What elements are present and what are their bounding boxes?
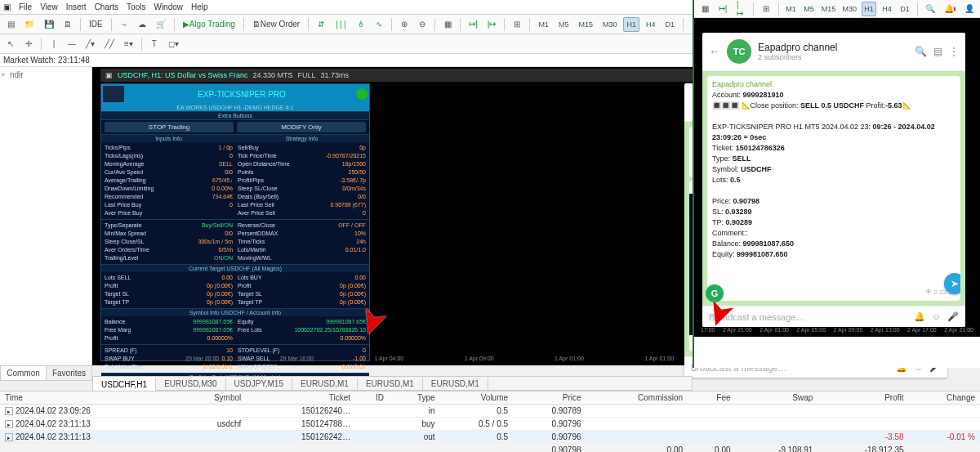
text-icon[interactable]: T bbox=[147, 37, 162, 51]
menu-help[interactable]: Help bbox=[191, 2, 208, 11]
tf-m30[interactable]: M30 bbox=[599, 17, 621, 32]
tsp-targets-grid: Lots SELL0.00Lots BUY0.00Profit0p (0.00€… bbox=[101, 272, 369, 308]
menu-charts[interactable]: Charts bbox=[95, 2, 118, 11]
history-col[interactable]: Price bbox=[513, 392, 586, 405]
tf-m15[interactable]: M15 bbox=[575, 17, 596, 32]
history-row[interactable]: ▸2024.04.02 23:09:26150126240…in0.50.907… bbox=[0, 405, 980, 418]
chart-tab[interactable]: EURUSD,M1 bbox=[423, 378, 488, 390]
tf-h4[interactable]: H4 bbox=[643, 17, 659, 32]
algo-trading-button[interactable]: ▶ Algo Trading bbox=[180, 17, 238, 32]
candle-icon[interactable]: 🕯 bbox=[354, 17, 368, 32]
docs-icon[interactable]: 🗎 bbox=[60, 17, 75, 32]
history-col[interactable]: Swap bbox=[736, 392, 818, 405]
zoom-in-icon[interactable]: ⊕ bbox=[397, 17, 412, 32]
navigator-favorites-tab[interactable]: Favorites bbox=[46, 366, 91, 380]
bell-icon[interactable]: 🔔 bbox=[914, 311, 925, 322]
equidistant-icon[interactable]: ╱╱ bbox=[101, 37, 118, 51]
shift-icon[interactable]: ↦| bbox=[715, 2, 730, 16]
chart-tab[interactable]: EURUSD,M1 bbox=[358, 378, 423, 390]
bars-icon[interactable]: ∣∣∣ bbox=[332, 17, 350, 32]
history-row[interactable]: ▸2024.04.02 23:11:13150126242…out0.50.90… bbox=[0, 431, 980, 444]
history-row[interactable]: ▸2024.04.02 23:11:13usdchf150124788…buy0… bbox=[0, 418, 980, 431]
chat2-search-icon[interactable]: 🔍 bbox=[915, 46, 927, 57]
crosshair-icon[interactable]: ✛ bbox=[21, 37, 36, 51]
grid-icon[interactable]: ▦ bbox=[697, 2, 712, 16]
tf-h4[interactable]: H4 bbox=[880, 2, 894, 16]
history-col[interactable]: ID bbox=[355, 392, 389, 405]
history-col[interactable]: Commission bbox=[586, 392, 688, 405]
tsp-stop-button[interactable]: STOP Trading bbox=[105, 122, 234, 132]
shift-icon[interactable]: ↦| bbox=[466, 17, 481, 32]
tf-m5[interactable]: M5 bbox=[555, 17, 572, 32]
vertical-line-icon[interactable]: | bbox=[47, 37, 61, 51]
chat2-trade-message: Eapadpro channel 👁 2 22:11 ➤ Account: 99… bbox=[707, 76, 960, 301]
alert-icon[interactable]: 🔔 bbox=[941, 2, 959, 16]
template-icon[interactable]: ⊞ bbox=[759, 2, 773, 16]
tf-m30[interactable]: M30 bbox=[840, 2, 858, 16]
tf-d1[interactable]: D1 bbox=[662, 17, 679, 32]
menu-file[interactable]: File bbox=[19, 2, 32, 11]
menu-view[interactable]: View bbox=[40, 2, 58, 11]
app-icon: ▣ bbox=[3, 2, 11, 11]
tf-h1[interactable]: H1 bbox=[862, 2, 876, 16]
menu-window[interactable]: Window bbox=[154, 2, 183, 11]
tf-h1[interactable]: H1 bbox=[623, 17, 639, 32]
tf-m1[interactable]: M1 bbox=[535, 17, 552, 32]
chat2-back-icon[interactable]: ← bbox=[709, 45, 720, 58]
chat2-input[interactable]: Broadcast a message… bbox=[709, 312, 804, 322]
new-order-button[interactable]: 🗎 New Order bbox=[249, 17, 303, 32]
emoji-icon[interactable]: ☺ bbox=[932, 311, 941, 322]
search-icon[interactable]: 🔍 bbox=[923, 2, 938, 16]
template-icon[interactable]: ⊞ bbox=[510, 17, 524, 32]
cloud-icon[interactable]: ☁ bbox=[135, 17, 149, 32]
chart-mts: 24.330 MTS bbox=[253, 71, 293, 79]
tf-m15[interactable]: M15 bbox=[820, 2, 838, 16]
tf-m1[interactable]: M1 bbox=[784, 2, 799, 16]
line-chart-icon[interactable]: ∿ bbox=[372, 17, 386, 32]
navigator-common-tab[interactable]: Common bbox=[1, 366, 46, 380]
chart-tab[interactable]: EURUSD,M30 bbox=[156, 378, 225, 390]
menu-insert[interactable]: Insert bbox=[66, 2, 87, 11]
auto-scroll-icon[interactable]: |↦ bbox=[484, 17, 500, 32]
cursor-icon[interactable]: ↖ bbox=[3, 37, 18, 51]
chart-tab[interactable]: USDCHF,H1 bbox=[93, 377, 156, 391]
chart-tab[interactable]: EURUSD,M1 bbox=[292, 378, 358, 390]
menu-tools[interactable]: Tools bbox=[127, 2, 145, 11]
expand-icon[interactable]: » bbox=[1, 70, 5, 78]
zoom-out-icon[interactable]: ⊖ bbox=[415, 17, 430, 32]
tsp-modify-button[interactable]: MODIFY Only bbox=[237, 122, 366, 132]
mic-icon[interactable]: 🎤 bbox=[947, 311, 959, 322]
tf-d1[interactable]: D1 bbox=[898, 2, 912, 16]
fibo-icon[interactable]: ≡▾ bbox=[121, 37, 136, 51]
navigator-tree[interactable]: ndir bbox=[7, 67, 91, 365]
history-col[interactable]: Profit bbox=[817, 392, 908, 405]
network-icon[interactable]: ⏦ bbox=[117, 17, 131, 32]
open-icon[interactable]: 📁 bbox=[21, 17, 38, 32]
history-col[interactable]: Volume bbox=[440, 392, 513, 405]
ide-button[interactable]: IDE bbox=[86, 17, 106, 32]
market-icon[interactable]: 🛒 bbox=[153, 17, 169, 32]
tf-m5[interactable]: M5 bbox=[802, 2, 817, 16]
history-col[interactable]: Symbol bbox=[177, 392, 246, 405]
candles-up-icon[interactable]: ⇵ bbox=[314, 17, 328, 32]
history-col[interactable]: Ticket bbox=[246, 392, 355, 405]
horizontal-line-icon[interactable]: — bbox=[65, 37, 79, 51]
history-col[interactable]: Change bbox=[909, 392, 980, 405]
tsp-subtitle: EA WORKS USDCHF H1 -DEMO HEDGE #-1 bbox=[101, 104, 369, 111]
auto-scroll-icon[interactable]: |↦ bbox=[733, 2, 748, 16]
trendline-icon[interactable]: ╱▾ bbox=[82, 37, 98, 51]
chart-tab[interactable]: USDJPY,M15 bbox=[226, 378, 292, 390]
new-icon[interactable]: ▤ bbox=[3, 17, 18, 32]
history-col[interactable]: Time bbox=[0, 392, 177, 405]
share-button-3[interactable]: ➤ bbox=[944, 273, 960, 294]
grammarly-icon[interactable]: G bbox=[706, 284, 724, 302]
save-icon[interactable]: 💾 bbox=[41, 17, 57, 32]
history-col[interactable]: Type bbox=[389, 392, 440, 405]
shapes-icon[interactable]: ◻▾ bbox=[165, 37, 182, 51]
chat2-sidebar-icon[interactable]: ▤ bbox=[933, 46, 942, 57]
grid-icon[interactable]: ▦ bbox=[440, 17, 455, 32]
history-col[interactable]: Fee bbox=[688, 392, 735, 405]
chat2-menu-icon[interactable]: ⋮ bbox=[949, 46, 959, 57]
history-panel: TimeSymbolTicketIDTypeVolumePriceCommiss… bbox=[0, 391, 980, 452]
account-icon[interactable]: 👤 bbox=[962, 2, 977, 16]
